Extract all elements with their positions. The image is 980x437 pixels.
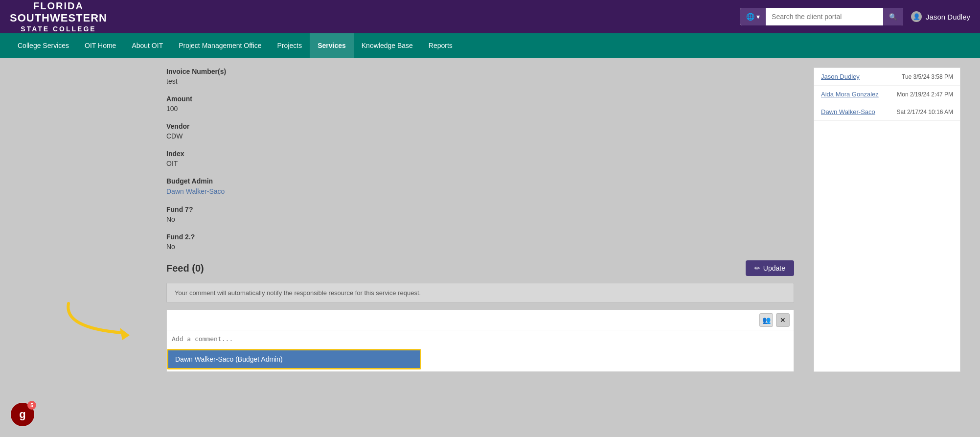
invoice-number-label: Invoice Number(s) (166, 68, 794, 75)
fund7-label: Fund 7? (166, 206, 794, 213)
close-icon: ✕ (780, 316, 786, 324)
nav-reports[interactable]: Reports (421, 33, 460, 58)
invoice-number-value: test (166, 77, 794, 85)
budget-admin-value[interactable]: Dawn Walker-Saco (166, 187, 225, 195)
index-value: OIT (166, 160, 794, 167)
field-fund2: Fund 2.? No (166, 233, 794, 251)
field-index: Index OIT (166, 150, 794, 167)
user-icon: 👤 (911, 11, 922, 22)
main-content: Invoice Number(s) test Amount 100 Vendor… (0, 58, 980, 382)
field-budget-admin: Budget Admin Dawn Walker-Saco (166, 177, 794, 196)
budget-admin-label: Budget Admin (166, 177, 794, 185)
field-amount: Amount 100 (166, 95, 794, 113)
input-relative: Dawn Walker-Saco (Budget Admin) (167, 330, 794, 371)
right-panel: Jason Dudley Tue 3/5/24 3:58 PM Aida Mor… (814, 68, 960, 372)
contact-date-1: Tue 3/5/24 3:58 PM (902, 73, 953, 80)
index-label: Index (166, 150, 794, 158)
fund7-value: No (166, 215, 794, 223)
update-button[interactable]: ✏ Update (746, 260, 794, 276)
suggestion-item-dawn[interactable]: Dawn Walker-Saco (Budget Admin) (168, 350, 420, 368)
notify-text: Your comment will automatically notify t… (175, 289, 421, 297)
contact-row-2: Aida Mora Gonzalez Mon 2/19/24 2:47 PM (814, 86, 960, 103)
left-panel: Invoice Number(s) test Amount 100 Vendor… (0, 68, 814, 372)
contact-row-1: Jason Dudley Tue 3/5/24 3:58 PM (814, 68, 960, 86)
field-invoice-number: Invoice Number(s) test (166, 68, 794, 85)
nav-oit-home[interactable]: OIT Home (77, 33, 124, 58)
fund2-value: No (166, 243, 794, 251)
vendor-label: Vendor (166, 122, 794, 130)
college-logo: FLORIDA SOUTHWESTERN STATE COLLEGE (10, 0, 107, 33)
search-input[interactable] (766, 8, 883, 25)
user-area: 👤 Jason Dudley (911, 11, 970, 22)
nav-about-oit[interactable]: About OIT (124, 33, 171, 58)
user-name: Jason Dudley (926, 13, 970, 21)
vendor-value: CDW (166, 132, 794, 140)
top-header: FLORIDA SOUTHWESTERN STATE COLLEGE 🌐 ▾ 🔍… (0, 0, 980, 33)
feed-title: Feed (0) (166, 263, 204, 274)
feed-section: Feed (0) ✏ Update Your comment will auto… (166, 260, 794, 372)
amount-value: 100 (166, 105, 794, 113)
gravatar-count: 5 (27, 401, 36, 410)
nav-projects[interactable]: Projects (270, 33, 310, 58)
logo-area: FLORIDA SOUTHWESTERN STATE COLLEGE (10, 0, 107, 33)
contact-name-1[interactable]: Jason Dudley (821, 73, 860, 80)
notify-box: Your comment will automatically notify t… (166, 283, 794, 303)
field-fund7: Fund 7? No (166, 206, 794, 223)
contact-name-3[interactable]: Dawn Walker-Saco (821, 108, 875, 115)
contact-name-2[interactable]: Aida Mora Gonzalez (821, 91, 879, 98)
search-area: 🌐 ▾ 🔍 (740, 8, 903, 25)
contact-row-3: Dawn Walker-Saco Sat 2/17/24 10:16 AM (814, 103, 960, 121)
people-icon: 👥 (762, 316, 771, 324)
comment-area-wrapper: 👥 ✕ Dawn Walker-Saco (Budget Admin) (166, 310, 794, 372)
nav-college-services[interactable]: College Services (10, 33, 77, 58)
nav-bar: College Services OIT Home About OIT Proj… (0, 33, 980, 58)
nav-pmo[interactable]: Project Management Office (171, 33, 269, 58)
amount-label: Amount (166, 95, 794, 103)
pencil-icon: ✏ (754, 264, 760, 272)
gravatar-letter: g (19, 408, 25, 421)
comment-toolbar: 👥 ✕ (167, 310, 794, 330)
nav-services[interactable]: Services (310, 33, 354, 58)
field-vendor: Vendor CDW (166, 122, 794, 140)
people-button[interactable]: 👥 (759, 313, 773, 327)
nav-knowledge-base[interactable]: Knowledge Base (354, 33, 421, 58)
feed-header: Feed (0) ✏ Update (166, 260, 794, 276)
contact-date-3: Sat 2/17/24 10:16 AM (897, 109, 953, 115)
contact-date-2: Mon 2/19/24 2:47 PM (897, 91, 953, 98)
search-button[interactable]: 🔍 (883, 8, 903, 25)
update-label: Update (763, 264, 785, 272)
gravatar-badge[interactable]: g 5 (10, 402, 35, 427)
globe-button[interactable]: 🌐 ▾ (740, 8, 766, 25)
suggestion-dropdown: Dawn Walker-Saco (Budget Admin) (167, 349, 421, 369)
header-right: 🌐 ▾ 🔍 👤 Jason Dudley (740, 8, 970, 25)
fund2-label: Fund 2.? (166, 233, 794, 241)
close-button[interactable]: ✕ (776, 313, 790, 327)
